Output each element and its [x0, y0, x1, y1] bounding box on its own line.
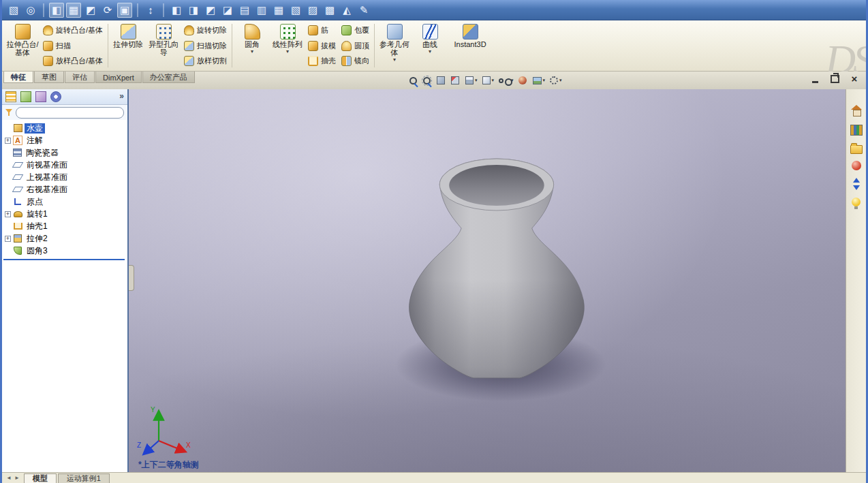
- expand-icon[interactable]: [5, 248, 11, 254]
- expand-icon[interactable]: +: [5, 211, 11, 217]
- tab-features[interactable]: 特征: [3, 72, 33, 83]
- extruded-cut-button[interactable]: 拉伸切除: [110, 22, 146, 69]
- rib-button[interactable]: 筋: [305, 24, 339, 37]
- tab-scroll-left-icon[interactable]: ◄: [5, 475, 13, 481]
- expand-icon[interactable]: [5, 162, 11, 168]
- multi-viewport-icon[interactable]: ▦: [66, 3, 81, 18]
- sketch-tool-icon[interactable]: ▧: [6, 3, 21, 18]
- view-back-icon[interactable]: ◨: [186, 3, 201, 18]
- tab-dimxpert[interactable]: DimXpert: [95, 72, 142, 83]
- tab-scroll-right-icon[interactable]: ►: [13, 475, 21, 481]
- rebuild-icon[interactable]: ⟳: [100, 3, 115, 18]
- dimxpertmanager-tab[interactable]: [49, 90, 63, 104]
- motion-study1-tab[interactable]: 运动算例1: [58, 473, 110, 483]
- draft-button[interactable]: 拔模: [305, 40, 339, 52]
- tab-evaluate[interactable]: 评估: [65, 72, 95, 83]
- resources-home-icon[interactable]: [850, 104, 863, 118]
- previous-view-icon[interactable]: [437, 76, 446, 84]
- propertymanager-tab[interactable]: [19, 90, 33, 104]
- tree-item-material[interactable]: 陶瓷瓷器: [2, 146, 127, 159]
- section-view-icon[interactable]: [451, 76, 461, 84]
- lofted-boss-button[interactable]: 放样凸台/基体: [40, 54, 106, 67]
- minimize-button[interactable]: [810, 74, 820, 84]
- zoom-fit-icon[interactable]: [409, 77, 418, 84]
- separator[interactable]: [43, 3, 44, 17]
- dropdown-arrow-icon[interactable]: ▾: [393, 57, 396, 63]
- tree-item-annotations[interactable]: + A 注解: [2, 134, 127, 146]
- separator[interactable]: [163, 3, 164, 17]
- file-explorer-icon[interactable]: [850, 145, 863, 154]
- view-left-icon[interactable]: ◩: [203, 3, 218, 18]
- view-settings-icon[interactable]: ▾: [550, 76, 562, 84]
- view-front-icon[interactable]: ◧: [169, 3, 184, 18]
- model-tab[interactable]: 模型: [24, 473, 57, 483]
- sweep-button[interactable]: 扫描: [40, 40, 106, 52]
- tree-item-origin[interactable]: 原点: [2, 196, 127, 208]
- revolved-boss-button[interactable]: 旋转凸台/基体: [40, 24, 106, 37]
- tree-item-shell1[interactable]: 抽壳1: [2, 220, 127, 232]
- expand-icon[interactable]: [5, 199, 11, 205]
- fullscreen-icon[interactable]: ▣: [117, 3, 132, 18]
- apply-scene-icon[interactable]: ▾: [533, 77, 546, 84]
- view-right-icon[interactable]: ◪: [220, 3, 235, 18]
- expand-icon[interactable]: [5, 223, 11, 230]
- configurationmanager-tab[interactable]: [34, 90, 48, 104]
- design-library-icon[interactable]: [850, 125, 863, 136]
- lofted-cut-button[interactable]: 放样切割: [181, 54, 230, 67]
- panel-splitter-handle[interactable]: [129, 265, 134, 291]
- view-orientation-icon[interactable]: ▾: [465, 76, 478, 84]
- wrap-button[interactable]: 包覆: [339, 24, 372, 37]
- shell-button[interactable]: 抽壳: [305, 54, 339, 67]
- tree-item-right-plane[interactable]: 右视基准面: [2, 183, 127, 196]
- expand-icon[interactable]: [5, 174, 11, 181]
- sketch-pencil-icon[interactable]: ✎: [356, 3, 371, 18]
- view-isometric-icon[interactable]: ▦: [271, 3, 286, 18]
- appearances-icon[interactable]: [852, 161, 861, 170]
- zoom-area-icon[interactable]: [423, 77, 432, 84]
- extruded-boss-button[interactable]: 拉伸凸台/基体: [5, 22, 40, 69]
- view-top-icon[interactable]: ▤: [237, 3, 252, 18]
- view-normal-to-icon[interactable]: ▩: [322, 3, 337, 18]
- swept-cut-button[interactable]: 扫描切除: [181, 40, 230, 52]
- vase-model[interactable]: [129, 89, 846, 472]
- hole-wizard-button[interactable]: 异型孔向导: [146, 22, 181, 69]
- shaded-display-icon[interactable]: ◩: [83, 3, 98, 18]
- dropdown-arrow-icon[interactable]: ▾: [286, 49, 289, 54]
- globe-icon[interactable]: ◎: [23, 3, 38, 18]
- dropdown-arrow-icon[interactable]: ▾: [251, 49, 253, 54]
- expand-icon[interactable]: +: [5, 236, 11, 242]
- fillet-button[interactable]: 圆角 ▾: [234, 22, 270, 69]
- section-view-icon[interactable]: ◭: [339, 3, 354, 18]
- curves-button[interactable]: 曲线 ▾: [412, 22, 448, 69]
- instant3d-button[interactable]: Instant3D: [448, 22, 493, 69]
- rollback-bar[interactable]: [3, 259, 125, 260]
- view-bottom-icon[interactable]: ▥: [254, 3, 269, 18]
- restore-button[interactable]: [830, 74, 839, 84]
- reference-geometry-button[interactable]: 参考几何体 ▾: [377, 22, 412, 69]
- expand-icon[interactable]: +: [5, 138, 11, 144]
- graphics-viewport[interactable]: Y X Z *上下二等角轴测: [129, 89, 846, 472]
- single-viewport-icon[interactable]: ◧: [49, 3, 64, 18]
- dome-button[interactable]: 圆顶: [339, 40, 372, 52]
- hide-show-items-icon[interactable]: ▾: [499, 78, 514, 83]
- display-style-icon[interactable]: ▾: [482, 76, 495, 84]
- panel-overflow-chevron[interactable]: »: [119, 91, 124, 101]
- expand-icon[interactable]: [5, 150, 11, 156]
- tree-item-extrude2[interactable]: + 拉伸2: [2, 232, 127, 245]
- tab-sketch[interactable]: 草图: [34, 72, 64, 83]
- separator[interactable]: [137, 3, 138, 17]
- featuremanager-tab[interactable]: [4, 90, 18, 104]
- edit-appearance-icon[interactable]: [518, 76, 528, 84]
- tree-item-top-plane[interactable]: 上视基准面: [2, 171, 127, 183]
- view-trimetric-icon[interactable]: ▨: [305, 3, 320, 18]
- render-tools-icon[interactable]: [852, 198, 861, 206]
- mirror-button[interactable]: 镜向: [339, 54, 372, 67]
- custom-properties-icon[interactable]: [850, 177, 863, 191]
- tree-item-revolve1[interactable]: + 旋转1: [2, 208, 127, 220]
- tree-filter-input[interactable]: [16, 107, 124, 119]
- tab-office-products[interactable]: 办公室产品: [142, 72, 195, 83]
- expand-icon[interactable]: [5, 187, 11, 193]
- close-button[interactable]: ×: [850, 74, 859, 84]
- dropdown-arrow-icon[interactable]: ▾: [429, 49, 431, 54]
- measure-icon[interactable]: ↕: [143, 3, 158, 18]
